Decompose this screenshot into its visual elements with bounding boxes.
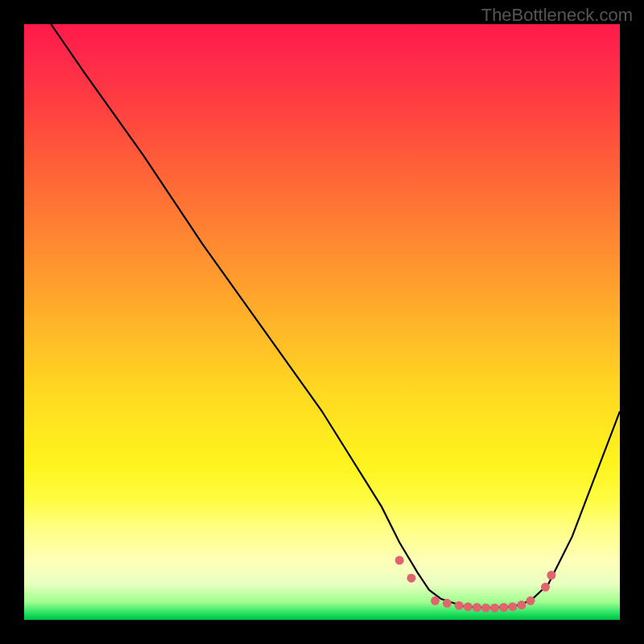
optimal-point	[508, 602, 517, 611]
optimal-point	[407, 574, 416, 583]
optimal-point	[395, 556, 404, 565]
optimal-point	[481, 604, 490, 613]
plot-area	[24, 24, 620, 620]
optimal-point	[490, 604, 499, 613]
curve-path	[51, 24, 620, 608]
optimal-point	[473, 603, 481, 612]
optimal-point	[547, 571, 555, 580]
watermark-text: TheBottleneck.com	[481, 5, 633, 26]
optimal-point	[455, 601, 464, 610]
optimal-point	[526, 597, 535, 605]
optimal-point	[499, 603, 508, 612]
optimal-point	[517, 601, 526, 609]
optimal-point	[541, 583, 550, 592]
optimal-point	[431, 597, 440, 605]
optimal-range-dots	[395, 556, 556, 613]
bottleneck-curve	[51, 24, 620, 608]
chart-svg	[24, 24, 620, 620]
optimal-point	[443, 599, 452, 608]
optimal-point	[464, 602, 473, 611]
